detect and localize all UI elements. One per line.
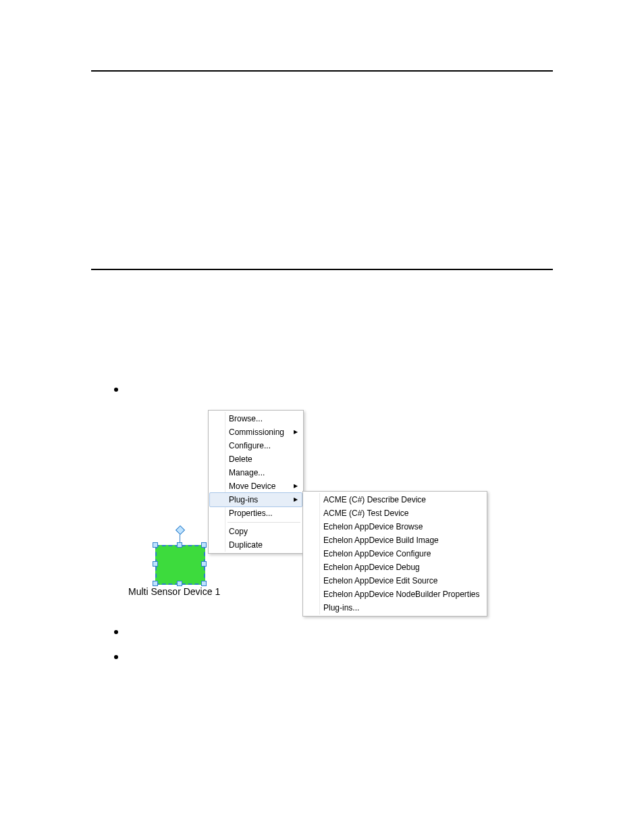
menu-item-browse[interactable]: Browse... [210, 412, 302, 425]
submenu-item-echelon-configure[interactable]: Echelon AppDevice Configure [304, 547, 485, 561]
menu-item-label: Properties... [229, 509, 273, 518]
submenu-item-plugins-more[interactable]: Plug-ins... [304, 601, 485, 615]
bullet [114, 630, 118, 634]
submenu-item-echelon-debug[interactable]: Echelon AppDevice Debug [304, 561, 485, 574]
device-rotation-handle[interactable] [176, 525, 185, 535]
menu-item-label: Move Device [229, 481, 275, 491]
menu-item-label: Commissioning [229, 427, 284, 437]
submenu-item-echelon-edit-source[interactable]: Echelon AppDevice Edit Source [304, 574, 485, 588]
menu-item-label: Duplicate [229, 540, 263, 550]
menu-item-label: Echelon AppDevice Edit Source [323, 576, 437, 585]
submenu-arrow-icon: ▶ [294, 427, 298, 438]
menu-item-copy[interactable]: Copy [210, 525, 302, 538]
menu-item-label: Echelon AppDevice Configure [323, 549, 431, 558]
menu-item-configure[interactable]: Configure... [210, 439, 302, 452]
menu-item-label: Copy [229, 527, 248, 536]
menu-item-label: Configure... [229, 441, 271, 450]
plugins-submenu: ACME (C#) Describe Device ACME (C#) Test… [302, 491, 487, 617]
page-rule-mid [91, 269, 553, 270]
menu-item-duplicate[interactable]: Duplicate [210, 538, 302, 552]
resize-handle-s[interactable] [177, 581, 182, 586]
menu-item-delete[interactable]: Delete [210, 452, 302, 466]
menu-item-label: Plug-ins... [323, 603, 359, 613]
bullet [114, 655, 118, 659]
menu-item-label: Echelon AppDevice Build Image [323, 536, 439, 545]
bullet [114, 388, 118, 392]
resize-handle-ne[interactable] [201, 542, 207, 548]
menu-item-label: Echelon AppDevice Browse [323, 522, 423, 531]
resize-handle-e[interactable] [201, 561, 207, 567]
resize-handle-sw[interactable] [153, 581, 158, 586]
submenu-arrow-icon: ▶ [294, 481, 298, 492]
menu-separator [227, 522, 300, 523]
menu-item-label: Delete [229, 454, 252, 464]
resize-handle-w[interactable] [153, 561, 158, 567]
submenu-item-acme-describe[interactable]: ACME (C#) Describe Device [304, 493, 485, 506]
screenshot-region: Multi Sensor Device 1 Browse... Commissi… [128, 409, 506, 615]
submenu-arrow-icon: ▶ [294, 494, 298, 505]
page-rule-top [91, 70, 553, 72]
menu-item-properties[interactable]: Properties... [210, 506, 302, 520]
device-label: Multi Sensor Device 1 [128, 586, 220, 597]
submenu-item-echelon-nodebuilder-properties[interactable]: Echelon AppDevice NodeBuilder Properties [304, 588, 485, 601]
menu-item-label: Plug-ins [229, 495, 258, 504]
resize-handle-n[interactable] [177, 542, 182, 548]
submenu-item-echelon-browse[interactable]: Echelon AppDevice Browse [304, 520, 485, 533]
menu-item-label: Manage... [229, 468, 265, 477]
menu-item-move-device[interactable]: Move Device ▶ [210, 479, 302, 493]
menu-item-label: ACME (C#) Test Device [323, 509, 408, 518]
menu-item-label: Echelon AppDevice NodeBuilder Properties [323, 590, 479, 599]
resize-handle-nw[interactable] [153, 542, 158, 548]
menu-item-label: ACME (C#) Describe Device [323, 495, 426, 504]
menu-item-manage[interactable]: Manage... [210, 466, 302, 479]
submenu-item-acme-test[interactable]: ACME (C#) Test Device [304, 506, 485, 520]
menu-item-label: Browse... [229, 414, 263, 423]
menu-item-commissioning[interactable]: Commissioning ▶ [210, 425, 302, 439]
submenu-item-echelon-build-image[interactable]: Echelon AppDevice Build Image [304, 533, 485, 547]
context-menu: Browse... Commissioning ▶ Configure... D… [208, 410, 304, 554]
resize-handle-se[interactable] [201, 581, 207, 586]
menu-item-label: Echelon AppDevice Debug [323, 563, 420, 572]
device-shape[interactable] [155, 545, 205, 585]
menu-item-plugins[interactable]: Plug-ins ▶ [209, 492, 302, 507]
